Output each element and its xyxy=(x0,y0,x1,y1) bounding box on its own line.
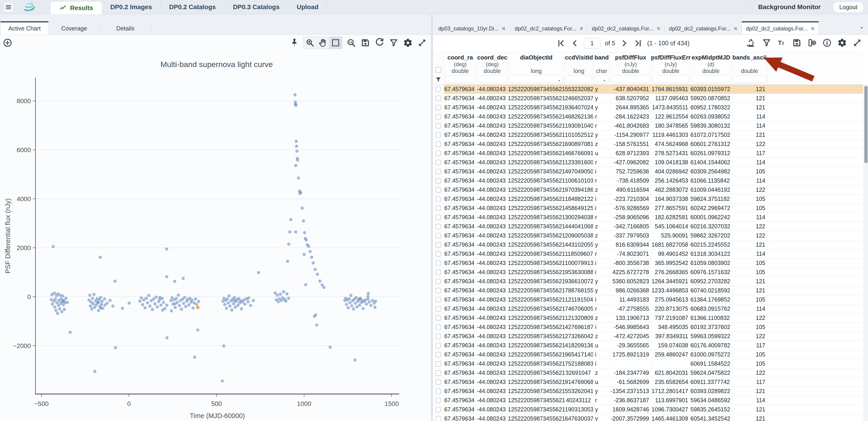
data-point[interactable] xyxy=(295,140,298,143)
data-point[interactable] xyxy=(297,176,300,180)
data-point[interactable] xyxy=(169,299,173,302)
column-header-diaObjectId[interactable]: diaObjectId long xyxy=(508,52,565,84)
table-row[interactable]: 67.4579634-44.08024312522205987345562121… xyxy=(433,405,863,414)
table-row[interactable]: 67.4579634-44.08024312522205987345562124… xyxy=(433,341,863,350)
data-point[interactable] xyxy=(165,275,168,278)
data-point[interactable] xyxy=(277,300,280,303)
data-point[interactable] xyxy=(111,304,114,308)
table-row[interactable]: 67.4579634-44.08024312522205987345562124… xyxy=(433,323,863,332)
column-filter-input[interactable] xyxy=(445,75,475,83)
column-filter-input[interactable] xyxy=(612,75,650,83)
row-checkbox[interactable] xyxy=(436,389,441,394)
chart-tab-coverage[interactable]: Coverage xyxy=(49,23,100,34)
table-row[interactable]: 67.4579634-44.08024312522205987345562129… xyxy=(433,268,863,277)
row-checkbox[interactable] xyxy=(436,315,441,321)
table-row[interactable]: 67.4579634-44.08024312522205987345562123… xyxy=(433,368,863,378)
data-point[interactable] xyxy=(225,307,228,310)
table-row[interactable]: 67.4579634-44.08024312522205987345562127… xyxy=(433,304,863,313)
text-view-button[interactable]: T t xyxy=(776,37,787,48)
table-row[interactable]: 67.4579634-44.08024312522205987345562126… xyxy=(433,140,863,149)
row-checkbox[interactable] xyxy=(436,233,441,238)
scatter-chart[interactable]: Multi-band supernova light curve−2000020… xyxy=(0,49,431,421)
data-point[interactable] xyxy=(193,356,196,359)
data-point[interactable] xyxy=(60,310,63,313)
pin-button[interactable] xyxy=(289,37,300,48)
data-point[interactable] xyxy=(92,302,95,305)
data-point[interactable] xyxy=(55,309,58,312)
table-row[interactable]: 67.4579634-44.08024312522205987345562124… xyxy=(433,222,863,231)
data-point[interactable] xyxy=(318,279,321,283)
data-point[interactable] xyxy=(368,300,371,304)
data-point[interactable] xyxy=(100,303,103,306)
data-point[interactable] xyxy=(230,308,234,312)
data-point[interactable] xyxy=(147,294,150,297)
data-point[interactable] xyxy=(52,245,55,248)
expand-button[interactable] xyxy=(417,37,427,48)
table-row[interactable]: 67.4579634-44.08024312522205987345562122… xyxy=(433,231,863,240)
column-header-coord_dec[interactable]: coord_dec (deg) double xyxy=(477,52,508,84)
data-point[interactable] xyxy=(96,301,99,304)
data-point[interactable] xyxy=(369,304,372,307)
data-point[interactable] xyxy=(172,302,175,306)
table-row[interactable]: 67.4579634-44.08024312522205987345562125… xyxy=(433,387,863,396)
data-point[interactable] xyxy=(355,305,359,308)
table-row[interactable]: 67.4579634-44.08024312522205987345562121… xyxy=(433,176,863,185)
table-tab-3[interactable]: dp02_dc2_catalogs.For...× xyxy=(664,23,742,34)
row-checkbox[interactable] xyxy=(436,105,441,110)
row-checkbox[interactable] xyxy=(436,370,441,376)
data-point[interactable] xyxy=(91,297,94,300)
pan-hand-button[interactable] xyxy=(316,37,329,49)
data-point[interactable] xyxy=(159,303,163,307)
column-filter-input[interactable] xyxy=(653,75,689,83)
data-point[interactable] xyxy=(305,238,308,242)
add-column-button[interactable] xyxy=(807,37,817,48)
data-point[interactable] xyxy=(362,307,365,310)
info-button[interactable] xyxy=(822,37,832,48)
data-point[interactable] xyxy=(279,293,282,296)
row-checkbox[interactable] xyxy=(436,334,441,339)
table-row[interactable]: 67.4579634-44.08024312522205987345562121… xyxy=(433,130,863,140)
top-tab-results[interactable]: Results xyxy=(51,2,102,14)
data-point[interactable] xyxy=(276,294,279,297)
data-point[interactable] xyxy=(63,308,66,311)
table-row[interactable]: 67.4579634-44.08024312522205987345562124… xyxy=(433,240,863,249)
data-point[interactable] xyxy=(141,303,144,306)
data-point[interactable] xyxy=(64,297,67,300)
data-point[interactable] xyxy=(53,305,57,309)
page-number-input[interactable] xyxy=(584,38,600,49)
top-tab-dp0-2-catalogs[interactable]: DP0.2 Catalogs xyxy=(161,3,224,11)
data-point[interactable] xyxy=(53,292,56,295)
data-point[interactable] xyxy=(162,301,165,304)
data-point[interactable] xyxy=(313,315,316,318)
data-point[interactable] xyxy=(183,296,186,299)
data-point[interactable] xyxy=(108,299,112,302)
table-row[interactable]: 67.4579634-44.08024312522205987345562121… xyxy=(433,249,863,259)
data-point[interactable] xyxy=(252,299,255,302)
data-point[interactable] xyxy=(222,344,225,348)
data-point[interactable] xyxy=(154,296,158,299)
data-point[interactable] xyxy=(287,243,290,246)
data-point[interactable] xyxy=(347,297,351,300)
data-point[interactable] xyxy=(232,302,235,305)
row-checkbox[interactable] xyxy=(436,352,441,357)
row-checkbox[interactable] xyxy=(436,87,441,92)
row-checkbox[interactable] xyxy=(436,206,441,211)
data-point[interactable] xyxy=(371,299,374,302)
row-checkbox[interactable] xyxy=(436,279,441,284)
data-point[interactable] xyxy=(145,297,148,300)
data-point[interactable] xyxy=(245,297,248,300)
data-point[interactable] xyxy=(304,283,307,287)
table-row[interactable]: 67.4579634-44.08024312522205987345562126… xyxy=(433,414,863,421)
data-point[interactable] xyxy=(296,149,299,153)
table-row[interactable]: 67.4579634-44.08024312522205987345562129… xyxy=(433,378,863,387)
data-point[interactable] xyxy=(293,93,297,96)
data-point[interactable] xyxy=(175,297,178,300)
filter-dropdown-icon[interactable] xyxy=(602,79,607,83)
data-point[interactable] xyxy=(282,290,285,293)
table-row[interactable]: 67.4579634-44.08024312522205987345562127… xyxy=(433,359,863,368)
selected-data-point[interactable] xyxy=(196,306,199,309)
expand-button[interactable] xyxy=(852,37,863,48)
data-point[interactable] xyxy=(223,303,226,306)
chart-tab-active-chart[interactable]: Active Chart xyxy=(0,21,49,34)
save-button[interactable] xyxy=(360,37,371,48)
